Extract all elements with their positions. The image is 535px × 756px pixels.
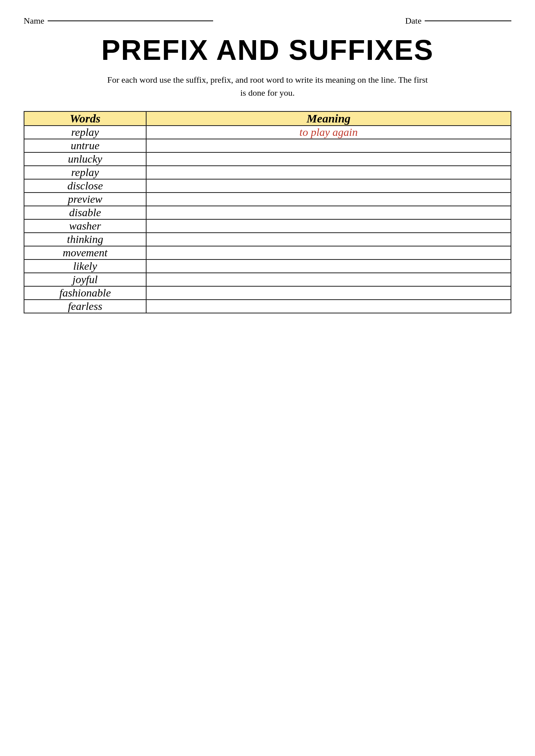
table-row: likely	[24, 259, 511, 273]
word-cell: preview	[24, 193, 146, 206]
table-row: joyful	[24, 273, 511, 286]
table-row: thinking	[24, 233, 511, 246]
word-cell: fashionable	[24, 286, 146, 300]
table-row: disclose	[24, 179, 511, 193]
table-row: replay	[24, 166, 511, 179]
table-row: washer	[24, 219, 511, 233]
table-header-row: Words Meaning	[24, 111, 511, 126]
table-row: unlucky	[24, 152, 511, 166]
word-cell: untrue	[24, 139, 146, 152]
meaning-cell[interactable]: to play again	[146, 126, 511, 139]
word-cell: disclose	[24, 179, 146, 193]
table-row: preview	[24, 193, 511, 206]
meaning-cell[interactable]	[146, 166, 511, 179]
meaning-cell[interactable]	[146, 300, 511, 313]
date-label: Date	[405, 16, 422, 26]
word-cell: likely	[24, 259, 146, 273]
meaning-cell[interactable]	[146, 286, 511, 300]
page-title: PREFIX AND SUFFIXES	[24, 34, 511, 66]
date-underline	[425, 20, 511, 21]
table-row: movement	[24, 246, 511, 259]
meaning-cell[interactable]	[146, 259, 511, 273]
word-cell: replay	[24, 166, 146, 179]
word-cell: joyful	[24, 273, 146, 286]
column-header-words: Words	[24, 111, 146, 126]
name-label: Name	[24, 16, 45, 26]
column-header-meaning: Meaning	[146, 111, 511, 126]
word-cell: washer	[24, 219, 146, 233]
meaning-cell[interactable]	[146, 206, 511, 219]
table-row: disable	[24, 206, 511, 219]
name-underline	[48, 20, 213, 21]
word-cell: thinking	[24, 233, 146, 246]
table-row: replayto play again	[24, 126, 511, 139]
meaning-cell[interactable]	[146, 219, 511, 233]
meaning-cell[interactable]	[146, 246, 511, 259]
word-cell: fearless	[24, 300, 146, 313]
meaning-cell[interactable]	[146, 233, 511, 246]
word-cell: replay	[24, 126, 146, 139]
table-row: untrue	[24, 139, 511, 152]
table-row: fashionable	[24, 286, 511, 300]
worksheet-table: Words Meaning replayto play againuntrueu…	[24, 111, 511, 313]
meaning-cell[interactable]	[146, 152, 511, 166]
meaning-cell[interactable]	[146, 139, 511, 152]
word-cell: unlucky	[24, 152, 146, 166]
word-cell: movement	[24, 246, 146, 259]
meaning-cell[interactable]	[146, 179, 511, 193]
instructions: For each word use the suffix, prefix, an…	[24, 73, 511, 99]
table-row: fearless	[24, 300, 511, 313]
word-cell: disable	[24, 206, 146, 219]
meaning-cell[interactable]	[146, 273, 511, 286]
meaning-cell[interactable]	[146, 193, 511, 206]
